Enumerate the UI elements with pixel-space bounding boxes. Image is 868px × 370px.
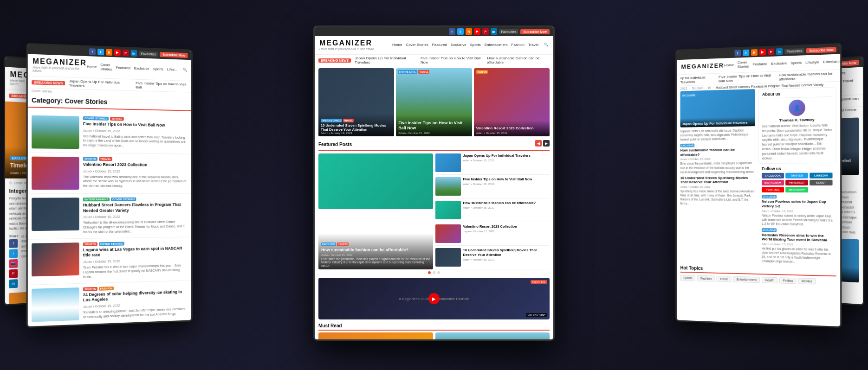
fps-right-title-4[interactable]: Valentino Resort 2023 Collection [463, 224, 517, 229]
follow-pi[interactable]: PINTEREST [785, 180, 808, 185]
follow-scout[interactable]: SCOUT [810, 180, 832, 185]
ht-tag-7[interactable]: Movies [798, 278, 816, 285]
subscribe-btn-c[interactable]: Subscribe Now [520, 29, 550, 34]
hero-title-c-3[interactable]: Valentino Resort 2023 Collection [476, 126, 547, 131]
favorites-btn-c[interactable]: Favourites [499, 29, 519, 34]
nav-entertainment-c[interactable]: Entertainment [485, 43, 508, 47]
article-item-title-5[interactable]: 24 Degrees of color helping diversity ic… [83, 289, 188, 303]
grid-nav-left[interactable]: ◀ [535, 140, 542, 147]
nav-travel-c[interactable]: Travel [528, 43, 538, 47]
ht-tag-6[interactable]: Politics [779, 278, 797, 284]
li-icon-c[interactable]: in [491, 28, 497, 35]
follow-fb[interactable]: FACEBOOK [762, 173, 784, 179]
article-item-title-4[interactable]: Logano wins at Las Vegas to earn spot in… [83, 246, 188, 258]
fps-right-title-5[interactable]: 10 Underrated Steven Spielberg Movies Th… [463, 248, 550, 257]
share-ig-btn[interactable]: 📷 [9, 259, 18, 268]
rss-icon-c[interactable]: R [466, 28, 472, 35]
nav-featured-l[interactable]: Featured [116, 65, 130, 70]
subscribe-btn-l[interactable]: Subscribe Now [160, 52, 188, 58]
site-logo-r[interactable]: MEGANIZER [681, 62, 724, 70]
nav-exclusive-l[interactable]: Exclusive [134, 66, 149, 70]
nav-sports-l[interactable]: Sports [153, 67, 163, 71]
pi-icon-l[interactable]: P [123, 50, 129, 56]
dot-3[interactable] [437, 271, 440, 274]
fps-right-title-3[interactable]: How sustainable fashion can be affordabl… [463, 201, 536, 205]
article-item-title-1[interactable]: Five Insider Tips on How to Visit Bali N… [83, 121, 188, 128]
grid-nav-right[interactable]: ▶ [543, 140, 550, 147]
search-icon-c[interactable]: 🔍 [544, 43, 549, 47]
yt-icon-l[interactable]: ▶ [114, 49, 121, 56]
sustainable-tags: EXCLUSIVE [680, 143, 755, 147]
bc-home-l[interactable]: Cover Stories [32, 89, 52, 93]
follow-ig[interactable]: INSTAGRAM [762, 180, 784, 185]
fps-right-title-1[interactable]: Japan Opens Up For Individual Travelers [463, 153, 531, 158]
nav-home-l[interactable]: Home [87, 64, 97, 69]
nav-cover-l[interactable]: Cover Stories [100, 63, 112, 71]
follow-tw[interactable]: TWITTER [785, 173, 808, 179]
share-pi-btn[interactable]: P [9, 269, 18, 278]
ht-tag-1[interactable]: Sports [680, 275, 696, 281]
nav-cover-c[interactable]: Cover Stories [406, 43, 428, 47]
spielberg-title[interactable]: 10 Underrated Steven Spielberg Movies Th… [680, 176, 755, 185]
play-button[interactable]: ▶ [428, 293, 440, 304]
fb-icon-c[interactable]: f [449, 28, 455, 35]
ht-tag-3[interactable]: Travel [717, 276, 732, 282]
nav-life-l[interactable]: Lifes... [167, 67, 178, 72]
share-tw-btn[interactable]: t [9, 249, 18, 258]
rss-icon-r[interactable]: R [751, 49, 758, 56]
nav-fashion-c[interactable]: Fashion [512, 43, 525, 47]
radoslav-title[interactable]: Radoslav Rosenov aims to win the World B… [762, 233, 833, 243]
rss-icon-l[interactable]: R [106, 49, 112, 56]
dot-2[interactable] [433, 271, 435, 274]
share-fb-btn[interactable]: f [9, 239, 18, 248]
nav-featured-c[interactable]: Featured [432, 43, 447, 47]
fb-icon-r[interactable]: f [734, 50, 741, 56]
favorites-btn-r[interactable]: Favourites [784, 48, 804, 54]
follow-li[interactable]: LINKEDIN [810, 173, 832, 179]
tw-icon-l[interactable]: t [97, 49, 104, 56]
share-li-btn[interactable]: in [9, 279, 18, 288]
ht-tag-5[interactable]: Health [762, 277, 777, 284]
search-icon-l[interactable]: 🔍 [183, 68, 188, 72]
favorites-btn-l[interactable]: Favourites [139, 51, 158, 57]
nav-sports-c[interactable]: Sports [470, 43, 481, 47]
follow-yt[interactable]: YOUTUBE [762, 187, 784, 192]
hero-title-c-2[interactable]: Five Insider Tips on How to Visit Bali N… [398, 121, 469, 131]
li-icon-r[interactable]: in [776, 48, 783, 55]
fb-icon-l[interactable]: f [89, 48, 96, 55]
nav-exclusive-r[interactable]: Exclusive [771, 61, 787, 65]
tw-icon-c[interactable]: t [457, 28, 464, 35]
pi-icon-c[interactable]: P [482, 28, 489, 35]
breaking-item-c-3: How sustainable fashion can be affordabl… [487, 56, 550, 64]
nav-entertainment-r[interactable]: Entertainment [823, 59, 840, 64]
hero-title-c-1[interactable]: 10 Underrated Steven Spielberg Movies Th… [321, 123, 392, 132]
site-header-c: MEGANIZER Have faith in yourself and in … [315, 36, 553, 55]
fps-right-title-2[interactable]: Five Insider Tips on How to Visit Bali N… [463, 177, 532, 182]
pi-icon-r[interactable]: P [768, 49, 774, 56]
ht-tag-2[interactable]: Fashion [697, 275, 715, 282]
subscribe-btn-r[interactable]: Subscribe Now [806, 47, 836, 53]
ht-tag-4[interactable]: Entertainment [733, 276, 760, 283]
tw-icon-r[interactable]: t [743, 50, 749, 56]
li-icon-l[interactable]: in [130, 50, 137, 57]
japan-title[interactable]: Japan Opens Up For Individual Travelers [682, 121, 753, 126]
nav-exclusive-c[interactable]: Exclusive [451, 43, 466, 47]
sustainable-title[interactable]: How sustainable fashion can be affordabl… [680, 147, 755, 157]
nav-home-c[interactable]: Home [392, 43, 402, 47]
yt-icon-c[interactable]: ▶ [474, 28, 480, 35]
dot-1[interactable] [428, 271, 431, 274]
nelson-title[interactable]: Nelson Powless solos to Japan Cup victor… [762, 199, 833, 209]
yt-icon-r[interactable]: ▶ [759, 49, 766, 56]
article-item-title-2[interactable]: Valentino Resort 2023 Collection [83, 162, 188, 168]
nav-home-r[interactable]: Home [724, 63, 734, 67]
nav-sports-r[interactable]: Sports [790, 60, 802, 65]
nav-featured-r[interactable]: Featured [752, 62, 767, 66]
follow-wa[interactable]: WHATSAPP [785, 187, 808, 192]
site-logo-c[interactable]: MEGANIZER [319, 39, 375, 47]
nav-cover-r[interactable]: Cover Stories [738, 60, 749, 69]
article-item-title-3[interactable]: Hubbard Street Dancers Flawless in Progr… [83, 202, 188, 214]
punch-line-btn[interactable]: Punch line [531, 280, 547, 284]
nav-travel-fr[interactable]: Travel [842, 78, 853, 83]
nav-lifestyle-r[interactable]: Lifestyle [805, 60, 819, 64]
fps-main-title[interactable]: How sustainable fashion can be affordabl… [321, 248, 430, 253]
